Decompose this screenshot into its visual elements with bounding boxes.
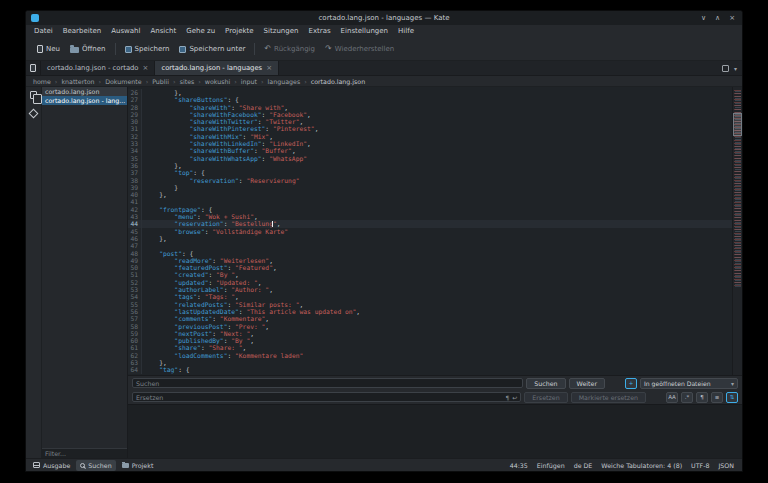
project-icon[interactable] <box>29 109 39 119</box>
code-line[interactable]: 30 "shareWithTwitter": "Twitter", <box>128 118 732 125</box>
search-scope-select[interactable]: In geöffneten Dateien ▾ <box>640 378 738 389</box>
menu-auswahl[interactable]: Auswahl <box>106 25 145 38</box>
code-line[interactable]: 27 "shareButtons": { <box>128 96 732 103</box>
code-line[interactable]: 49 "readMore": "Weiterlesen", <box>128 257 732 264</box>
code-line[interactable]: 39 } <box>128 184 732 191</box>
breadcrumb-publii[interactable]: Publii <box>152 78 169 85</box>
code-line[interactable]: 38 "reservation": "Reservierung" <box>128 177 732 184</box>
documents-icon[interactable] <box>30 91 37 99</box>
code-line[interactable]: 45 "browse": "Vollständige Karte" <box>128 228 732 235</box>
code-line[interactable]: 60 "publishedBy": "By ", <box>128 337 732 344</box>
code-line[interactable]: 46 }, <box>128 235 732 242</box>
match-case-button[interactable]: AA <box>666 392 678 403</box>
file-list-item[interactable]: cortado.lang.json <box>42 87 127 96</box>
search-input[interactable]: Suchen <box>132 378 523 388</box>
code-area[interactable]: 26 },27 "shareButtons": {28 "shareWith":… <box>128 87 732 375</box>
replace-checked-button[interactable]: Markierte ersetzen <box>571 392 646 403</box>
status-dictionary[interactable]: de DE <box>574 462 593 469</box>
code-line[interactable]: 64 "tag": { <box>128 366 732 373</box>
speichern-unter-button[interactable]: Speichern unter <box>174 42 250 56</box>
status-encoding[interactable]: UTF-8 <box>691 462 709 469</box>
code-line[interactable]: 52 "updated": "Updated: ", <box>128 279 732 286</box>
r-ckg-ngig-button[interactable]: ↶Rückgängig <box>259 42 320 56</box>
status-tab-settings[interactable]: Weiche Tabulatoren: 4 (8) <box>601 462 682 469</box>
minimap-scrollbar[interactable] <box>732 87 742 375</box>
code-line[interactable]: 57 "comments": "Kommentare", <box>128 315 732 322</box>
code-line[interactable]: 50 "featuredPost": "Featured", <box>128 264 732 271</box>
code-line[interactable]: 41 <box>128 198 732 205</box>
code-line[interactable]: 37 "top": { <box>128 169 732 176</box>
menu-bearbeiten[interactable]: Bearbeiten <box>58 25 106 38</box>
breadcrumb-input[interactable]: input <box>241 78 257 85</box>
code-line[interactable]: 54 "tags": "Tags: ", <box>128 293 732 300</box>
code-line[interactable]: 55 "relatedPosts": "Similar posts: ", <box>128 301 732 308</box>
code-line[interactable]: 34 "shareWithBuffer": "Buffer", <box>128 147 732 154</box>
close-button[interactable]: × <box>729 14 735 22</box>
find-next-button[interactable]: Weiter <box>569 378 605 389</box>
code-line[interactable]: 59 "nextPost": "Next: ", <box>128 330 732 337</box>
escape-sequences-button[interactable]: ¶ <box>696 392 708 403</box>
tab-close-icon[interactable]: × <box>143 64 149 72</box>
neu-button[interactable]: Neu <box>32 42 65 56</box>
toolview-toggle-ausgabe[interactable]: Ausgabe <box>29 460 74 471</box>
tab-cortado-lang-json-cortado[interactable]: cortado.lang.json - cortado× <box>41 61 155 75</box>
code-line[interactable]: 28 "shareWith": "Share with", <box>128 104 732 111</box>
maximize-button[interactable]: ∧ <box>715 14 720 22</box>
code-line[interactable]: 51 "created": "By ", <box>128 271 732 278</box>
toolview-toggle-suchen[interactable]: Suchen <box>76 460 115 471</box>
titlebar[interactable]: cortado.lang.json - languages — Kate ∨ ∧… <box>26 11 742 25</box>
new-search-tab-button[interactable]: + <box>625 378 637 389</box>
code-line[interactable]: 56 "lastUpdatedDate": "This article was … <box>128 308 732 315</box>
code-line[interactable]: 35 "shareWithWhatsApp": "WhatsApp" <box>128 155 732 162</box>
chevron-down-icon[interactable]: ▾ <box>734 65 737 72</box>
code-line[interactable]: 61 "share": "Share: ", <box>128 344 732 351</box>
breadcrumb-home[interactable]: home <box>33 78 51 85</box>
document-list-button[interactable] <box>26 61 41 75</box>
menu-einstellungen[interactable]: Einstellungen <box>336 25 393 38</box>
ffnen-button[interactable]: Öffnen <box>65 42 111 56</box>
toolview-toggle-projekt[interactable]: Projekt <box>118 460 158 471</box>
speichern-button[interactable]: Speichern <box>120 42 175 56</box>
menu-ansicht[interactable]: Ansicht <box>145 25 181 38</box>
breadcrumb-wokushi[interactable]: wokushi <box>205 78 230 85</box>
status-syntax-highlighting[interactable]: JSON <box>718 462 734 469</box>
menu-hilfe[interactable]: Hilfe <box>393 25 419 38</box>
code-line[interactable]: 44 "reservation": "Bestellung", <box>128 220 732 227</box>
code-line[interactable]: 33 "shareWithLinkedIn": "LinkedIn", <box>128 140 732 147</box>
placeholder-insert-icon[interactable]: ¶ <box>505 394 509 401</box>
code-line[interactable]: 26 }, <box>128 89 732 96</box>
split-view-icon[interactable] <box>722 65 729 72</box>
code-line[interactable]: 29 "shareWithFacebook": "Facebook", <box>128 111 732 118</box>
status-input-mode[interactable]: Einfügen <box>537 462 565 469</box>
breadcrumb-languages[interactable]: languages <box>268 78 301 85</box>
code-line[interactable]: 40 }, <box>128 191 732 198</box>
code-line[interactable]: 63 }, <box>128 359 732 366</box>
regex-button[interactable]: .* <box>681 392 693 403</box>
replace-button[interactable]: Ersetzen <box>524 392 567 403</box>
menu-projekte[interactable]: Projekte <box>220 25 258 38</box>
code-line[interactable]: 42 "frontpage": { <box>128 206 732 213</box>
code-line[interactable]: 43 "menu": "Wok + Sushi", <box>128 213 732 220</box>
wiederherstellen-button[interactable]: ↷Wiederherstellen <box>320 42 399 56</box>
code-line[interactable]: 36 }, <box>128 162 732 169</box>
minimize-button[interactable]: ∨ <box>701 14 706 22</box>
breadcrumb-knatterton[interactable]: knatterton <box>61 78 94 85</box>
context-lines-button[interactable]: ≡ <box>711 392 723 403</box>
newline-insert-icon[interactable]: ↩ <box>512 394 517 401</box>
tab-close-icon[interactable]: × <box>266 64 272 72</box>
replace-input[interactable]: Ersetzen ¶ ↩ <box>132 392 521 402</box>
code-line[interactable]: 48 "post": { <box>128 250 732 257</box>
code-line[interactable]: 62 "loadComments": "Kommentare laden" <box>128 352 732 359</box>
code-line[interactable]: 47 <box>128 242 732 249</box>
breadcrumb-cortado-lang-json[interactable]: cortado.lang.json <box>311 78 365 85</box>
documents-filter-input[interactable]: Filter... <box>42 448 127 458</box>
code-line[interactable]: 31 "shareWithPinterest": "Pinterest", <box>128 125 732 132</box>
menu-datei[interactable]: Datei <box>29 25 58 38</box>
breadcrumb-sites[interactable]: sites <box>180 78 195 85</box>
search-results-area[interactable] <box>128 404 742 458</box>
minimap-view-indicator[interactable] <box>733 113 742 136</box>
find-button[interactable]: Suchen <box>526 378 565 389</box>
status-cursor-position[interactable]: 44:35 <box>510 462 528 469</box>
menu-gehe-zu[interactable]: Gehe zu <box>181 25 220 38</box>
code-line[interactable]: 58 "previousPost": "Prev: ", <box>128 323 732 330</box>
